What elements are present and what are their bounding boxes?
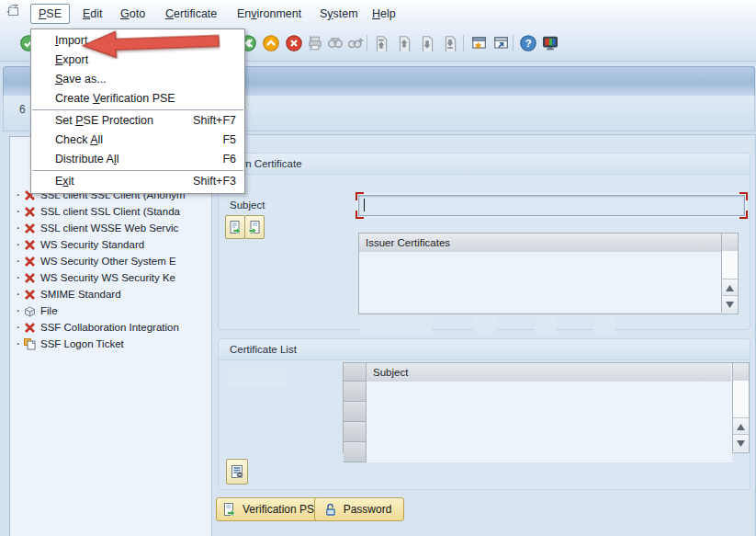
tree-bullet: ·: [14, 239, 23, 250]
sap-trust-manager-window: PSEEditGotoCertificateEnvironmentSystemH…: [0, 0, 756, 536]
import-certificate-button[interactable]: [225, 215, 245, 239]
disabled-button: [593, 316, 615, 334]
tree-bullet: ·: [14, 289, 23, 300]
help-icon[interactable]: ?: [520, 35, 536, 51]
customize-icon[interactable]: [542, 35, 559, 51]
certificate-list-title: Certificate List: [219, 339, 750, 360]
menubar-item-edit[interactable]: Edit: [75, 5, 110, 23]
print-icon: [307, 35, 323, 51]
scroll-down-button[interactable]: [733, 434, 749, 451]
exit-icon[interactable]: [263, 35, 279, 51]
tree-item[interactable]: ·WS Security Other System E: [14, 253, 207, 269]
tree-bullet: ·: [14, 206, 23, 217]
menubar-item-environment[interactable]: Environment: [230, 5, 309, 23]
own-certificate-group: Own Certificate Subject Issuer Certifica…: [218, 153, 750, 330]
row-selector-cell[interactable]: [344, 422, 367, 442]
shortcut-icon[interactable]: [492, 35, 509, 51]
import-certificate-response-button[interactable]: [244, 215, 265, 239]
red-x-icon: [23, 222, 37, 235]
tree-bullet: ·: [14, 222, 23, 234]
issuer-certificates-header: Issuer Certificates: [359, 234, 721, 252]
window-control-icon[interactable]: [6, 4, 20, 18]
copy-ticket-icon: [23, 337, 37, 351]
tree-item-label: WS Security WS Security Ke: [40, 272, 175, 283]
tree-item-label: SSL client WSSE Web Servic: [40, 222, 178, 234]
red-x-icon: [23, 271, 37, 285]
menu-separator: [32, 109, 243, 110]
certificate-table-scrollbar[interactable]: [732, 381, 749, 451]
row-selector-cell[interactable]: [344, 402, 367, 422]
tree-item[interactable]: ·SSF Logon Ticket: [14, 336, 207, 352]
menu-item-check-all[interactable]: Check AllF5: [31, 131, 244, 150]
tree-item[interactable]: ·SMIME Standard: [14, 286, 207, 302]
find-icon: [327, 35, 344, 51]
cancel-icon[interactable]: [286, 35, 302, 51]
tree-item[interactable]: ·SSL client SSL Client (Standa: [14, 203, 207, 220]
tree-item-label: File: [40, 305, 58, 316]
page-first-icon: [373, 35, 389, 51]
disabled-button: [227, 368, 288, 387]
new-session-icon[interactable]: [470, 35, 487, 51]
subject-column-header: Subject: [367, 363, 731, 382]
display-certificate-button[interactable]: [226, 459, 248, 485]
scroll-up-button[interactable]: [722, 279, 738, 296]
row-selector-cell[interactable]: [344, 442, 367, 462]
red-x-icon: [23, 205, 37, 219]
issuer-certificate-row[interactable]: [359, 272, 721, 293]
tree-item[interactable]: ·WS Security WS Security Ke: [14, 269, 207, 286]
tree-item[interactable]: ·SSF Collaboration Integration: [14, 319, 207, 336]
tree-item-label: SSL client SSL Client (Standa: [40, 206, 180, 217]
tree-item-label: WS Security Other System E: [40, 256, 176, 267]
doc-green-arrow-icon: [222, 502, 237, 517]
subject-input[interactable]: [358, 195, 745, 216]
red-x-icon: [23, 255, 37, 268]
lock-icon: [323, 502, 338, 517]
scroll-up-button[interactable]: [733, 417, 749, 435]
verification-pse-label: Verification PSE: [243, 503, 322, 516]
disabled-button: [360, 316, 432, 334]
menubar-item-goto[interactable]: Goto: [113, 5, 152, 23]
row-selector-cell[interactable]: [344, 382, 367, 402]
issuer-certificates-table[interactable]: Issuer Certificates: [358, 233, 739, 314]
certificate-row[interactable]: [367, 402, 732, 423]
toolbar-separator: [463, 35, 464, 51]
app-toolbar-fragment: 6: [19, 103, 26, 116]
issuer-table-scrollbar[interactable]: [721, 251, 738, 313]
password-button[interactable]: Password: [314, 497, 404, 521]
page-prev-icon: [396, 35, 412, 51]
pse-menu: ImportExportSave as...Create Verificatio…: [30, 29, 245, 194]
menu-item-create-verification-pse[interactable]: Create Verification PSE: [31, 89, 244, 108]
menubar-item-help[interactable]: Help: [365, 5, 403, 23]
menu-item-import[interactable]: Import: [31, 31, 244, 51]
menubar: PSEEditGotoCertificateEnvironmentSystemH…: [0, 0, 756, 29]
menubar-item-pse[interactable]: PSE: [30, 4, 70, 24]
password-label: Password: [344, 503, 392, 516]
issuer-table-corner: [721, 234, 738, 252]
red-x-icon: [23, 288, 37, 302]
menu-item-save-as[interactable]: Save as...: [31, 70, 244, 89]
certificate-panel: Own Certificate Subject Issuer Certifica…: [211, 134, 756, 536]
tree-item[interactable]: ·SSL client WSSE Web Servic: [14, 220, 207, 236]
tree-bullet: ·: [14, 305, 23, 316]
menubar-item-system[interactable]: System: [312, 5, 366, 23]
tree-bullet: ·: [14, 189, 23, 200]
tree-item[interactable]: ·WS Security Standard: [14, 236, 207, 253]
tree-bullet: ·: [14, 272, 23, 283]
menu-separator: [32, 170, 243, 171]
menu-item-exit[interactable]: ExitShift+F3: [31, 172, 244, 191]
certificate-row[interactable]: [367, 382, 732, 403]
svg-text:?: ?: [525, 37, 531, 50]
certificate-list-table[interactable]: Subject: [343, 362, 750, 453]
certificate-row[interactable]: [367, 422, 732, 443]
issuer-certificate-row[interactable]: [359, 292, 721, 314]
tree-item-label: SMIME Standard: [40, 289, 121, 300]
certificate-row[interactable]: [367, 442, 732, 463]
menubar-item-certificate[interactable]: Certificate: [158, 5, 224, 23]
menu-item-distribute-all[interactable]: Distribute AllF6: [31, 150, 244, 169]
scroll-down-button[interactable]: [722, 295, 738, 313]
tree-item[interactable]: ·File: [14, 302, 207, 319]
menu-item-set-pse-protection[interactable]: Set PSE ProtectionShift+F7: [31, 111, 244, 131]
issuer-certificate-row[interactable]: [359, 252, 721, 273]
tree-item-label: SSF Collaboration Integration: [40, 322, 179, 333]
menu-item-export[interactable]: Export: [31, 51, 244, 70]
